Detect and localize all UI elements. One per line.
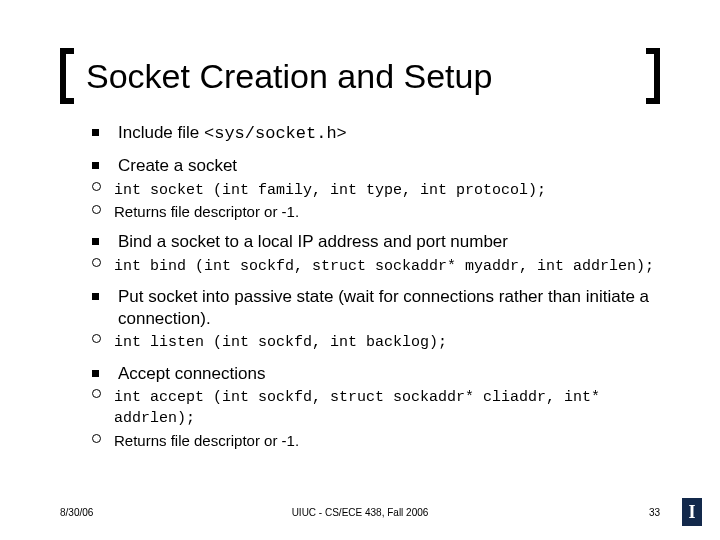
text-run: Accept connections bbox=[118, 364, 265, 383]
sub-bullet-text: Returns file descriptor or -1. bbox=[114, 203, 299, 220]
bullet-level2: int socket (int family, int type, int pr… bbox=[86, 179, 660, 200]
sub-bullet-text: int accept (int sockfd, struct sockaddr*… bbox=[114, 387, 600, 425]
circle-bullet-icon bbox=[92, 389, 101, 398]
footer-center: UIUC - CS/ECE 438, Fall 2006 bbox=[0, 507, 720, 518]
bullet-text: Bind a socket to a local IP address and … bbox=[118, 232, 508, 251]
text-run: Create a socket bbox=[118, 156, 237, 175]
square-bullet-icon bbox=[92, 293, 99, 300]
title-bar: Socket Creation and Setup bbox=[60, 48, 660, 104]
sub-bullet-text: int bind (int sockfd, struct sockaddr* m… bbox=[114, 256, 654, 273]
square-bullet-icon bbox=[92, 370, 99, 377]
bullet-level2: int accept (int sockfd, struct sockaddr*… bbox=[86, 386, 660, 428]
bullet-level2: Returns file descriptor or -1. bbox=[86, 202, 660, 221]
slide-content: Include file <sys/socket.h>Create a sock… bbox=[86, 120, 660, 460]
square-bullet-icon bbox=[92, 162, 99, 169]
bullet-level1: Create a socket bbox=[86, 155, 660, 177]
illinois-logo-icon bbox=[682, 498, 702, 526]
bullet-level2: int listen (int sockfd, int backlog); bbox=[86, 331, 660, 352]
text-run: int listen (int sockfd, int backlog); bbox=[114, 334, 447, 351]
text-run: Returns file descriptor or -1. bbox=[114, 203, 299, 220]
bullet-text: Accept connections bbox=[118, 364, 265, 383]
slide-title: Socket Creation and Setup bbox=[74, 57, 646, 96]
bullet-group: Put socket into passive state (wait for … bbox=[86, 286, 660, 353]
slide: Socket Creation and Setup Include file <… bbox=[0, 0, 720, 540]
bullet-group: Create a socketint socket (int family, i… bbox=[86, 155, 660, 221]
bracket-right-icon bbox=[646, 48, 660, 104]
sub-bullet-text: Returns file descriptor or -1. bbox=[114, 432, 299, 449]
circle-bullet-icon bbox=[92, 205, 101, 214]
circle-bullet-icon bbox=[92, 258, 101, 267]
footer-page-number: 33 bbox=[649, 507, 660, 518]
bullet-group: Bind a socket to a local IP address and … bbox=[86, 231, 660, 276]
bullet-text: Create a socket bbox=[118, 156, 237, 175]
circle-bullet-icon bbox=[92, 334, 101, 343]
sub-bullet-text: int socket (int family, int type, int pr… bbox=[114, 180, 546, 197]
text-run: int bind (int sockfd, struct sockaddr* m… bbox=[114, 258, 654, 275]
text-run: int socket (int family, int type, int pr… bbox=[114, 182, 546, 199]
bullet-group: Accept connectionsint accept (int sockfd… bbox=[86, 363, 660, 450]
text-run: <sys/socket.h> bbox=[204, 124, 347, 143]
bullet-level1: Put socket into passive state (wait for … bbox=[86, 286, 660, 330]
text-run: Bind a socket to a local IP address and … bbox=[118, 232, 508, 251]
bracket-left-icon bbox=[60, 48, 74, 104]
text-run: Include file bbox=[118, 123, 204, 142]
square-bullet-icon bbox=[92, 238, 99, 245]
bullet-text: Include file <sys/socket.h> bbox=[118, 123, 347, 142]
text-run: Put socket into passive state (wait for … bbox=[118, 287, 649, 328]
bullet-level1: Include file <sys/socket.h> bbox=[86, 122, 660, 145]
text-run: Returns file descriptor or -1. bbox=[114, 432, 299, 449]
text-run: int accept (int sockfd, struct sockaddr*… bbox=[114, 389, 600, 427]
square-bullet-icon bbox=[92, 129, 99, 136]
circle-bullet-icon bbox=[92, 182, 101, 191]
bullet-text: Put socket into passive state (wait for … bbox=[118, 287, 649, 328]
bullet-level2: int bind (int sockfd, struct sockaddr* m… bbox=[86, 255, 660, 276]
bullet-level2: Returns file descriptor or -1. bbox=[86, 431, 660, 450]
sub-bullet-text: int listen (int sockfd, int backlog); bbox=[114, 332, 447, 349]
circle-bullet-icon bbox=[92, 434, 101, 443]
bullet-group: Include file <sys/socket.h> bbox=[86, 122, 660, 145]
bullet-level1: Bind a socket to a local IP address and … bbox=[86, 231, 660, 253]
bullet-level1: Accept connections bbox=[86, 363, 660, 385]
